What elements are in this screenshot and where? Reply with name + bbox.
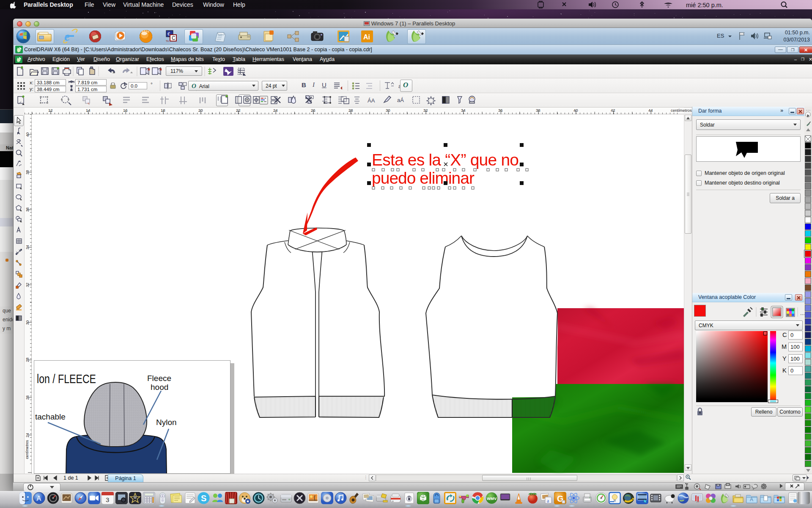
svg-text:lon / FLEECE: lon / FLEECE bbox=[37, 372, 96, 386]
svg-text:22: 22 bbox=[236, 108, 241, 113]
svg-text:ÁA: ÁA bbox=[368, 97, 375, 104]
svg-text:TA: TA bbox=[166, 40, 169, 42]
svg-text:Nylon: Nylon bbox=[156, 418, 177, 427]
svg-text:38: 38 bbox=[536, 108, 540, 113]
svg-text:38: 38 bbox=[25, 170, 30, 175]
svg-text:A: A bbox=[37, 495, 41, 502]
svg-text:tachable: tachable bbox=[35, 412, 66, 421]
svg-text:a: a bbox=[547, 498, 549, 504]
svg-text:Esta es la “X” que no: Esta es la “X” que no bbox=[372, 151, 519, 169]
svg-text:26: 26 bbox=[25, 395, 30, 400]
svg-text:aÁ: aÁ bbox=[397, 97, 404, 103]
svg-text:34: 34 bbox=[25, 245, 30, 250]
svg-text:40: 40 bbox=[573, 108, 578, 113]
svg-text:24: 24 bbox=[273, 108, 278, 113]
svg-text:24: 24 bbox=[25, 433, 30, 438]
svg-text:S: S bbox=[201, 494, 206, 503]
svg-text:42: 42 bbox=[611, 108, 615, 113]
svg-text:C: C bbox=[172, 35, 176, 41]
svg-text:G: G bbox=[422, 498, 424, 502]
svg-text:16: 16 bbox=[123, 108, 128, 113]
svg-text:18: 18 bbox=[161, 108, 165, 113]
svg-text:34: 34 bbox=[461, 108, 466, 113]
svg-text:26: 26 bbox=[311, 108, 315, 113]
svg-text:28: 28 bbox=[348, 108, 353, 113]
svg-text:36: 36 bbox=[25, 207, 30, 212]
svg-text:hood: hood bbox=[151, 383, 168, 392]
svg-text:centímetros: centímetros bbox=[25, 440, 29, 459]
svg-text:44: 44 bbox=[648, 108, 653, 113]
svg-text:WMV: WMV bbox=[487, 496, 497, 501]
svg-text:32: 32 bbox=[25, 283, 30, 287]
svg-text:12: 12 bbox=[48, 108, 53, 113]
svg-text:Ai: Ai bbox=[363, 33, 370, 41]
svg-text:30: 30 bbox=[25, 320, 30, 325]
svg-text:A: A bbox=[750, 497, 753, 502]
svg-text:puedo eliminar: puedo eliminar bbox=[372, 169, 475, 187]
svg-text:3: 3 bbox=[106, 496, 109, 503]
svg-text:20: 20 bbox=[198, 108, 203, 113]
svg-text:14: 14 bbox=[86, 108, 91, 113]
svg-text:28: 28 bbox=[25, 358, 30, 362]
svg-text:30: 30 bbox=[386, 108, 390, 113]
svg-text:Fleece: Fleece bbox=[147, 374, 171, 383]
svg-text:mié 2:50 p.m.: mié 2:50 p.m. bbox=[686, 2, 723, 8]
svg-text:40: 40 bbox=[25, 133, 30, 137]
svg-text:36: 36 bbox=[498, 108, 503, 113]
svg-text:32: 32 bbox=[423, 108, 428, 113]
